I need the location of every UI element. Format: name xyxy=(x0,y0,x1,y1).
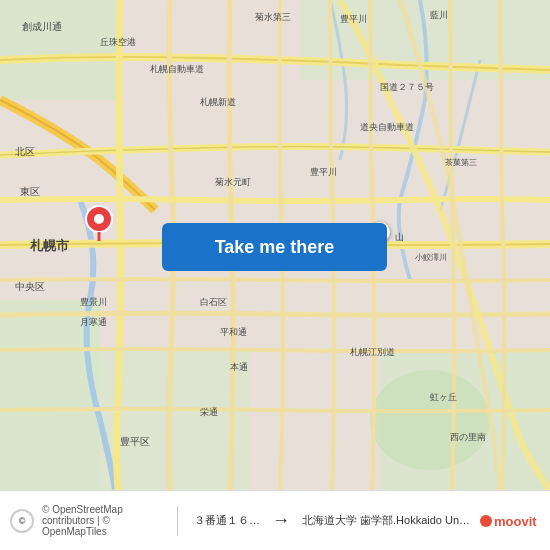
footer: © © OpenStreetMap contributors | © OpenM… xyxy=(0,490,550,550)
svg-text:小鮫澤川: 小鮫澤川 xyxy=(415,253,447,262)
moovit-logo-svg: moovit xyxy=(480,510,540,532)
svg-text:札幌市: 札幌市 xyxy=(29,238,70,253)
svg-text:中央区: 中央区 xyxy=(15,281,45,292)
svg-text:豊平川: 豊平川 xyxy=(310,167,337,177)
to-label: 北海道大学 歯学部.Hokkaido Unive… xyxy=(302,513,472,528)
svg-text:道央自動車道: 道央自動車道 xyxy=(360,122,414,132)
attribution-text: © OpenStreetMap contributors | © OpenMap… xyxy=(42,504,161,537)
svg-text:丘珠空港: 丘珠空港 xyxy=(100,37,136,47)
svg-text:栄通: 栄通 xyxy=(200,407,218,417)
svg-rect-1 xyxy=(0,0,120,100)
svg-text:札幌新道: 札幌新道 xyxy=(200,97,236,107)
svg-text:西の里南: 西の里南 xyxy=(450,432,486,442)
svg-text:虹ヶ丘: 虹ヶ丘 xyxy=(430,392,457,402)
svg-text:創成川通: 創成川通 xyxy=(22,21,62,32)
origin-marker xyxy=(85,205,113,241)
svg-text:北区: 北区 xyxy=(15,146,35,157)
footer-arrow: → xyxy=(272,510,290,531)
svg-text:moovit: moovit xyxy=(494,514,537,529)
svg-text:国道２７５号: 国道２７５号 xyxy=(380,82,434,92)
svg-text:白石区: 白石区 xyxy=(200,297,227,307)
svg-point-36 xyxy=(94,214,104,224)
svg-text:月寒通: 月寒通 xyxy=(80,317,107,327)
svg-text:菊水第三: 菊水第三 xyxy=(255,12,291,22)
svg-text:札幌自動車道: 札幌自動車道 xyxy=(150,64,204,74)
footer-from: ３番通１６… xyxy=(194,513,260,528)
svg-text:茶菓第三: 茶菓第三 xyxy=(445,158,477,167)
svg-text:豊平区: 豊平区 xyxy=(120,436,150,447)
svg-text:平和通: 平和通 xyxy=(220,327,247,337)
svg-text:札幌江別道: 札幌江別道 xyxy=(350,347,395,357)
svg-text:山: 山 xyxy=(395,232,404,242)
svg-text:藍川: 藍川 xyxy=(430,10,448,20)
svg-text:豊平川: 豊平川 xyxy=(340,14,367,24)
osm-icon: © xyxy=(10,509,34,533)
footer-to: 北海道大学 歯学部.Hokkaido Unive… xyxy=(302,513,472,528)
svg-point-37 xyxy=(480,515,492,527)
map-container: 創成川通 丘珠空港 菊水第三 豊平川 藍川 札幌自動車道 札幌新道 国道２７５号… xyxy=(0,0,550,490)
moovit-logo: moovit xyxy=(480,510,540,532)
take-me-there-button[interactable]: Take me there xyxy=(162,223,387,271)
svg-text:東区: 東区 xyxy=(20,186,40,197)
from-label: ３番通１６… xyxy=(194,513,260,528)
svg-text:菊水元町: 菊水元町 xyxy=(215,177,251,187)
svg-point-6 xyxy=(370,370,490,470)
svg-text:豊景川: 豊景川 xyxy=(80,297,107,307)
svg-text:本通: 本通 xyxy=(230,362,248,372)
footer-divider xyxy=(177,506,178,536)
